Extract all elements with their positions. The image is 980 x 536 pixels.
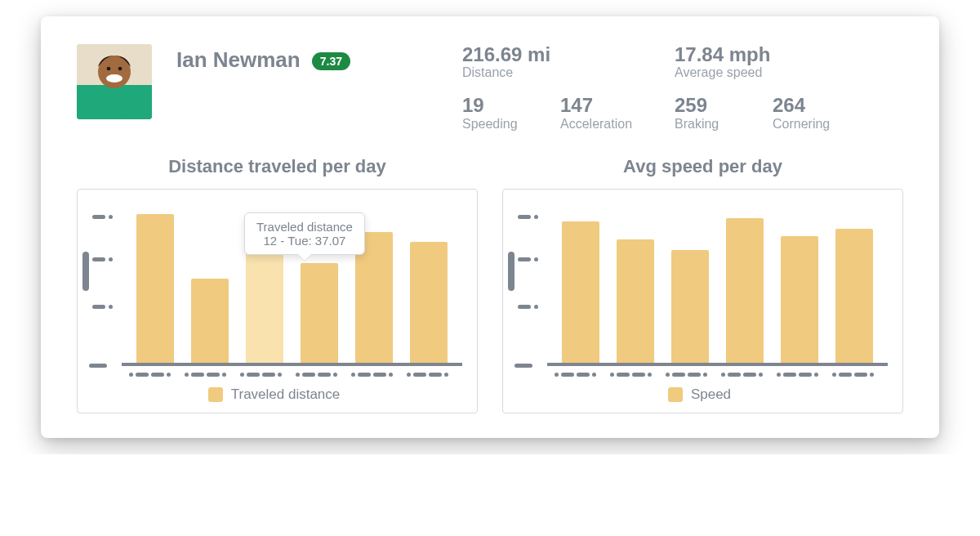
bar[interactable] — [617, 239, 654, 363]
stats-grid: 216.69 mi Distance 17.84 mph Average spe… — [462, 44, 903, 132]
avatar — [77, 44, 152, 119]
bar[interactable] — [671, 250, 709, 363]
stat-label: Distance — [462, 65, 675, 80]
bar[interactable] — [835, 229, 873, 363]
header: Ian Newman 7.37 216.69 mi Distance 17.84… — [77, 44, 903, 132]
x-tick — [296, 373, 337, 377]
legend: Speed — [511, 386, 888, 403]
bars-area[interactable] — [547, 203, 888, 366]
legend-label: Traveled distance — [231, 386, 341, 403]
bar[interactable] — [246, 248, 283, 363]
stat-braking: 259 Braking — [675, 95, 773, 131]
stat-label: Acceleration — [560, 117, 675, 132]
x-tick — [721, 373, 763, 377]
chart-speed: Avg speed per day Speed — [502, 156, 903, 413]
stat-value: 259 — [675, 95, 773, 116]
x-tick — [185, 373, 226, 377]
bars-area[interactable]: Traveled distance 12 - Tue: 37.07 — [122, 203, 462, 366]
bar[interactable] — [781, 236, 818, 363]
x-tick — [129, 373, 171, 377]
x-axis — [511, 366, 888, 377]
stat-value: 19 — [462, 95, 560, 116]
bar[interactable] — [726, 218, 764, 363]
stat-distance: 216.69 mi Distance — [462, 44, 675, 80]
svg-point-5 — [118, 67, 122, 71]
svg-point-3 — [106, 74, 122, 83]
stat-avgspeed: 17.84 mph Average speed — [675, 44, 871, 80]
stat-label: Average speed — [675, 65, 871, 80]
driver-name: Ian Newman — [176, 47, 301, 73]
svg-rect-6 — [101, 88, 127, 119]
tooltip-body: 12 - Tue: 37.07 — [256, 234, 353, 248]
driver-dashboard-card: Ian Newman 7.37 216.69 mi Distance 17.84… — [41, 16, 939, 438]
chart-tooltip: Traveled distance 12 - Tue: 37.07 — [244, 212, 365, 255]
svg-point-4 — [107, 67, 111, 71]
bar[interactable] — [562, 221, 599, 363]
x-tick — [407, 373, 448, 377]
tooltip-title: Traveled distance — [256, 220, 353, 234]
stat-label: Cornering — [773, 117, 871, 132]
x-tick — [555, 373, 596, 377]
stat-value: 264 — [773, 95, 871, 116]
stat-value: 17.84 mph — [675, 44, 871, 65]
x-tick — [610, 373, 652, 377]
legend: Traveled distance — [86, 386, 462, 403]
stat-label: Speeding — [462, 117, 560, 132]
x-tick — [832, 373, 874, 377]
charts-row: Distance traveled per day Traveled dista… — [77, 156, 903, 413]
bar[interactable] — [410, 242, 448, 363]
chart-title: Avg speed per day — [502, 156, 903, 177]
bar[interactable] — [136, 214, 174, 363]
x-tick — [666, 373, 707, 377]
y-axis — [511, 203, 542, 366]
stat-value: 147 — [560, 95, 675, 116]
stat-label: Braking — [675, 117, 773, 132]
stat-speeding: 19 Speeding — [462, 95, 560, 131]
legend-label: Speed — [691, 386, 731, 403]
y-axis — [86, 203, 117, 366]
x-tick — [777, 373, 818, 377]
name-block: Ian Newman 7.37 — [176, 44, 438, 132]
score-badge: 7.37 — [312, 52, 350, 70]
x-tick — [351, 373, 393, 377]
bar[interactable] — [191, 279, 229, 363]
chart-title: Distance traveled per day — [77, 156, 478, 177]
chart-box: Speed — [502, 189, 903, 413]
bar[interactable] — [301, 263, 338, 363]
chart-distance: Distance traveled per day Traveled dista… — [77, 156, 478, 413]
x-tick — [240, 373, 282, 377]
legend-swatch — [668, 387, 683, 402]
stat-cornering: 264 Cornering — [773, 95, 871, 131]
legend-swatch — [208, 387, 223, 402]
chart-box: Traveled distance 12 - Tue: 37.07 Travel… — [77, 189, 478, 413]
stat-acceleration: 147 Acceleration — [560, 95, 675, 131]
x-axis — [86, 366, 462, 377]
stat-value: 216.69 mi — [462, 44, 675, 65]
